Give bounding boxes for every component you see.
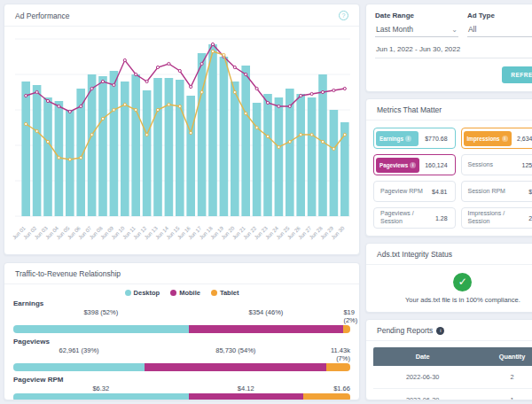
- chart-point[interactable]: [255, 126, 258, 128]
- chart-bar[interactable]: [143, 90, 152, 216]
- chart-point[interactable]: [156, 66, 159, 68]
- chart-bar[interactable]: [186, 96, 195, 216]
- chart-bar[interactable]: [253, 103, 262, 216]
- chart-point[interactable]: [25, 122, 27, 125]
- legend-item-mobile[interactable]: Mobile: [170, 289, 200, 297]
- legend-item-desktop[interactable]: Desktop: [125, 289, 160, 297]
- chart-point[interactable]: [35, 129, 38, 132]
- chart-point[interactable]: [288, 140, 291, 143]
- chart-point[interactable]: [245, 73, 247, 75]
- chart-bar[interactable]: [88, 74, 97, 216]
- chart-point[interactable]: [58, 105, 60, 107]
- bar-segment-mobile[interactable]: [145, 363, 326, 371]
- chart-bar[interactable]: [296, 94, 305, 216]
- date-span-display[interactable]: Jun 1, 2022 - Jun 30, 2022: [375, 39, 532, 58]
- chart-point[interactable]: [90, 133, 93, 136]
- chart-point[interactable]: [211, 43, 214, 45]
- chart-point[interactable]: [245, 112, 247, 114]
- chart-point[interactable]: [200, 90, 203, 93]
- chart-bar[interactable]: [198, 53, 207, 216]
- bar-segment-desktop[interactable]: [13, 393, 189, 400]
- bar-segment-mobile[interactable]: [189, 325, 344, 333]
- chart-bar[interactable]: [98, 76, 107, 216]
- chart-point[interactable]: [123, 103, 126, 105]
- chart-point[interactable]: [266, 101, 269, 104]
- ad-performance-chart[interactable]: Jun 01Jun 02Jun 03Jun 04Jun 05Jun 06Jun …: [8, 28, 356, 250]
- chart-point[interactable]: [135, 108, 137, 111]
- chart-bar[interactable]: [131, 74, 140, 216]
- chart-point[interactable]: [343, 133, 346, 136]
- chart-bar[interactable]: [263, 94, 272, 216]
- chart-point[interactable]: [255, 87, 258, 89]
- chart-point[interactable]: [178, 105, 181, 107]
- chart-point[interactable]: [145, 133, 148, 136]
- traffic-stacked-bar[interactable]: [13, 325, 350, 333]
- chart-point[interactable]: [101, 80, 104, 82]
- info-icon[interactable]: i: [410, 162, 416, 168]
- chart-point[interactable]: [332, 147, 335, 150]
- chart-bar[interactable]: [275, 97, 284, 216]
- chart-point[interactable]: [113, 83, 115, 86]
- chart-point[interactable]: [223, 53, 225, 56]
- chart-point[interactable]: [278, 105, 280, 107]
- chart-bar[interactable]: [153, 78, 162, 216]
- chart-point[interactable]: [321, 140, 324, 143]
- chart-bar[interactable]: [43, 97, 52, 216]
- chart-bar[interactable]: [165, 78, 174, 216]
- chart-point[interactable]: [233, 66, 236, 68]
- chart-bar[interactable]: [176, 80, 184, 216]
- chart-point[interactable]: [90, 87, 93, 89]
- traffic-stacked-bar[interactable]: [13, 363, 350, 371]
- chart-bar[interactable]: [231, 82, 239, 216]
- info-icon[interactable]: i: [502, 136, 508, 142]
- bar-segment-tablet[interactable]: [326, 363, 350, 371]
- chart-point[interactable]: [266, 135, 269, 137]
- chart-point[interactable]: [343, 87, 346, 89]
- help-icon[interactable]: ?: [339, 11, 348, 20]
- chart-point[interactable]: [58, 156, 60, 159]
- chart-point[interactable]: [168, 62, 170, 65]
- chart-point[interactable]: [68, 158, 71, 160]
- chart-bar[interactable]: [318, 74, 327, 216]
- chart-bar[interactable]: [308, 97, 317, 216]
- chart-point[interactable]: [113, 108, 115, 111]
- info-icon[interactable]: i: [436, 327, 444, 335]
- chart-point[interactable]: [80, 156, 82, 159]
- chart-point[interactable]: [300, 94, 302, 97]
- chart-point[interactable]: [25, 94, 27, 97]
- chart-bar[interactable]: [110, 71, 119, 216]
- chart-point[interactable]: [168, 103, 170, 105]
- bar-segment-mobile[interactable]: [189, 393, 303, 400]
- chart-point[interactable]: [300, 133, 302, 136]
- chart-point[interactable]: [135, 73, 137, 75]
- metric-chip[interactable]: Impressionsi: [464, 131, 512, 146]
- chart-point[interactable]: [190, 85, 192, 88]
- metric-chip[interactable]: Pageviewsi: [376, 158, 419, 173]
- chart-bar[interactable]: [33, 85, 42, 216]
- chart-point[interactable]: [68, 110, 71, 113]
- chart-point[interactable]: [35, 90, 38, 93]
- chart-bar[interactable]: [121, 82, 129, 216]
- refresh-button[interactable]: REFRESH: [502, 66, 532, 83]
- chart-bar[interactable]: [208, 44, 217, 216]
- chart-bar[interactable]: [330, 110, 339, 216]
- chart-point[interactable]: [310, 133, 313, 136]
- bar-segment-desktop[interactable]: [13, 363, 145, 371]
- chart-point[interactable]: [123, 58, 126, 61]
- chart-bar[interactable]: [220, 57, 229, 216]
- chart-point[interactable]: [278, 145, 280, 148]
- chart-point[interactable]: [145, 80, 148, 82]
- chart-point[interactable]: [101, 117, 104, 120]
- date-range-select[interactable]: Last Month ⌄: [375, 23, 458, 37]
- metric-chip[interactable]: Earningsi: [376, 131, 419, 146]
- info-icon[interactable]: i: [405, 136, 411, 142]
- chart-point[interactable]: [46, 99, 49, 102]
- bar-segment-tablet[interactable]: [343, 325, 350, 333]
- legend-item-tablet[interactable]: Tablet: [211, 289, 239, 297]
- chart-point[interactable]: [288, 105, 291, 107]
- chart-bar[interactable]: [21, 82, 30, 216]
- bar-segment-desktop[interactable]: [13, 325, 189, 333]
- chart-point[interactable]: [200, 62, 203, 65]
- chart-point[interactable]: [178, 69, 181, 72]
- chart-point[interactable]: [80, 105, 82, 107]
